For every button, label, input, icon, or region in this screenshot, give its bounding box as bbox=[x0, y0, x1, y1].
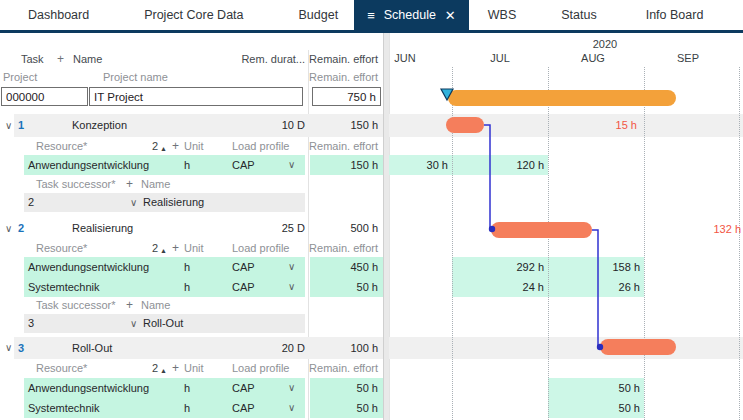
unit-column-label: Unit bbox=[184, 139, 204, 154]
sort-ascending-icon: ▲ bbox=[160, 363, 167, 379]
task-name: Roll-Out bbox=[72, 337, 112, 359]
successor-number: 2 bbox=[28, 193, 34, 212]
remain-effort-column-label: Remain. effort bbox=[309, 360, 378, 376]
month-label-aug: AUG bbox=[563, 52, 623, 64]
resource-unit: h bbox=[184, 257, 190, 277]
resource-unit: h bbox=[184, 378, 190, 398]
gantt-bar-task-2[interactable] bbox=[491, 222, 592, 238]
resource-unit: h bbox=[184, 277, 190, 297]
resource-row[interactable]: Anwendungsentwicklung h CAP ∨ 50 h bbox=[0, 378, 383, 398]
successor-header-row: Task successor* + Name bbox=[0, 177, 383, 192]
resource-column-label: Resource* bbox=[36, 139, 87, 154]
sort-indicator[interactable]: 2 bbox=[152, 139, 158, 154]
task-duration: 25 D bbox=[282, 217, 305, 240]
project-effort-input[interactable] bbox=[312, 87, 381, 106]
chevron-down-icon[interactable]: ∨ bbox=[130, 193, 137, 212]
add-successor-button[interactable]: + bbox=[126, 177, 133, 192]
task-effort: 150 h bbox=[350, 114, 378, 137]
resource-name: Anwendungsentwicklung bbox=[28, 155, 149, 175]
resource-row[interactable]: Systemtechnik h CAP ∨ 50 h bbox=[0, 398, 383, 418]
chevron-down-icon[interactable]: ∨ bbox=[130, 314, 137, 333]
resource-unit: h bbox=[184, 398, 190, 418]
task-row-3[interactable]: ∨ 3 Roll-Out 20 D 100 h bbox=[0, 337, 383, 359]
resource-effort: 50 h bbox=[357, 378, 378, 398]
tab-wbs[interactable]: WBS bbox=[488, 8, 516, 22]
subheader-project: Project bbox=[3, 68, 37, 86]
sort-indicator[interactable]: 2 bbox=[152, 360, 158, 376]
tab-schedule[interactable]: ≡ Schedule ✕ bbox=[354, 0, 469, 30]
add-resource-button[interactable]: + bbox=[172, 241, 179, 256]
task-row-1[interactable]: ∨ 1 Konzeption 10 D 150 h bbox=[0, 114, 383, 137]
resource-row[interactable]: Systemtechnik h CAP ∨ 50 h bbox=[0, 277, 383, 297]
column-header-name[interactable]: Name bbox=[73, 50, 102, 68]
task-name: Konzeption bbox=[72, 114, 127, 137]
expand-chevron-icon[interactable]: ∨ bbox=[5, 114, 12, 137]
sort-ascending-icon: ▲ bbox=[160, 141, 167, 156]
resource-unit: h bbox=[184, 155, 190, 175]
project-id-input[interactable] bbox=[1, 87, 88, 106]
successor-row[interactable]: 2 ∨ Realisierung bbox=[0, 193, 383, 212]
chevron-down-icon[interactable]: ∨ bbox=[288, 378, 295, 398]
successor-name-label: Name bbox=[141, 298, 170, 313]
chevron-down-icon[interactable]: ∨ bbox=[288, 257, 295, 277]
chevron-down-icon[interactable]: ∨ bbox=[288, 277, 295, 297]
dependency-connector-1-2 bbox=[484, 125, 490, 229]
month-gridline bbox=[739, 67, 740, 420]
task-successor-label: Task successor* bbox=[36, 177, 115, 192]
resource-name: Systemtechnik bbox=[28, 398, 100, 418]
chevron-down-icon[interactable]: ∨ bbox=[288, 398, 295, 418]
successor-row[interactable]: 3 ∨ Roll-Out bbox=[0, 314, 383, 333]
add-resource-button[interactable]: + bbox=[172, 139, 179, 154]
tab-budget[interactable]: Budget bbox=[299, 8, 339, 22]
gantt-bar-task-3[interactable] bbox=[600, 339, 676, 355]
expand-chevron-icon[interactable]: ∨ bbox=[5, 217, 12, 240]
add-resource-button[interactable]: + bbox=[172, 360, 179, 376]
expand-chevron-icon[interactable]: ∨ bbox=[5, 337, 12, 359]
task-number: 2 bbox=[18, 217, 24, 240]
task-row-2[interactable]: ∨ 2 Realisierung 25 D 500 h bbox=[0, 217, 383, 240]
task-name: Realisierung bbox=[72, 217, 133, 240]
resource-load-profile[interactable]: CAP bbox=[232, 398, 255, 418]
table-header-row: Task + Name Rem. durat... Remain. effort bbox=[0, 50, 383, 68]
resource-load-profile[interactable]: CAP bbox=[232, 277, 255, 297]
effort-cell-jul: 24 h bbox=[452, 277, 544, 297]
tab-info-board[interactable]: Info Board bbox=[646, 8, 704, 22]
resource-header-row: Resource* 2 ▲ + Unit Load profile Remain… bbox=[0, 360, 383, 376]
close-icon[interactable]: ✕ bbox=[445, 8, 456, 23]
gantt-bar-task-1[interactable] bbox=[446, 117, 484, 133]
resource-name: Anwendungsentwicklung bbox=[28, 378, 149, 398]
resource-row[interactable]: Anwendungsentwicklung h CAP ∨ 450 h bbox=[0, 257, 383, 277]
month-gridline bbox=[548, 67, 549, 420]
resource-row[interactable]: Anwendungsentwicklung h CAP ∨ 150 h bbox=[0, 155, 383, 175]
tab-project-core-data[interactable]: Project Core Data bbox=[144, 8, 243, 22]
overdue-label-task-1: 15 h bbox=[585, 119, 637, 131]
month-label-sep: SEP bbox=[658, 52, 718, 64]
chevron-down-icon[interactable]: ∨ bbox=[288, 155, 295, 175]
column-header-rem-duration[interactable]: Rem. durat... bbox=[241, 50, 305, 68]
panel-splitter[interactable] bbox=[383, 33, 390, 420]
task-duration: 20 D bbox=[282, 337, 305, 359]
load-profile-column-label: Load profile bbox=[232, 360, 290, 376]
project-name-input[interactable] bbox=[89, 87, 303, 106]
gantt-row-shade-task-1 bbox=[389, 114, 743, 137]
add-task-button[interactable]: + bbox=[57, 50, 64, 68]
resource-load-profile[interactable]: CAP bbox=[232, 378, 255, 398]
gantt-bar-project[interactable] bbox=[448, 90, 676, 106]
tab-dashboard[interactable]: Dashboard bbox=[28, 8, 89, 22]
effort-cell-aug: 158 h bbox=[548, 257, 640, 277]
resource-effort: 450 h bbox=[350, 257, 378, 277]
task-number: 1 bbox=[18, 114, 24, 137]
hamburger-icon[interactable]: ≡ bbox=[367, 8, 375, 23]
sort-indicator[interactable]: 2 bbox=[152, 241, 158, 256]
unit-column-label: Unit bbox=[184, 241, 204, 256]
add-successor-button[interactable]: + bbox=[126, 298, 133, 313]
column-header-remain-effort[interactable]: Remain. effort bbox=[309, 50, 378, 68]
column-header-task[interactable]: Task bbox=[21, 50, 44, 68]
effort-cell-aug: 50 h bbox=[548, 398, 640, 418]
resource-load-profile[interactable]: CAP bbox=[232, 155, 255, 175]
effort-cell-aug: 26 h bbox=[548, 277, 640, 297]
resource-load-profile[interactable]: CAP bbox=[232, 257, 255, 277]
successor-header-row: Task successor* + Name bbox=[0, 298, 383, 313]
tab-status[interactable]: Status bbox=[561, 8, 596, 22]
task-row-3-highlight bbox=[14, 337, 383, 359]
